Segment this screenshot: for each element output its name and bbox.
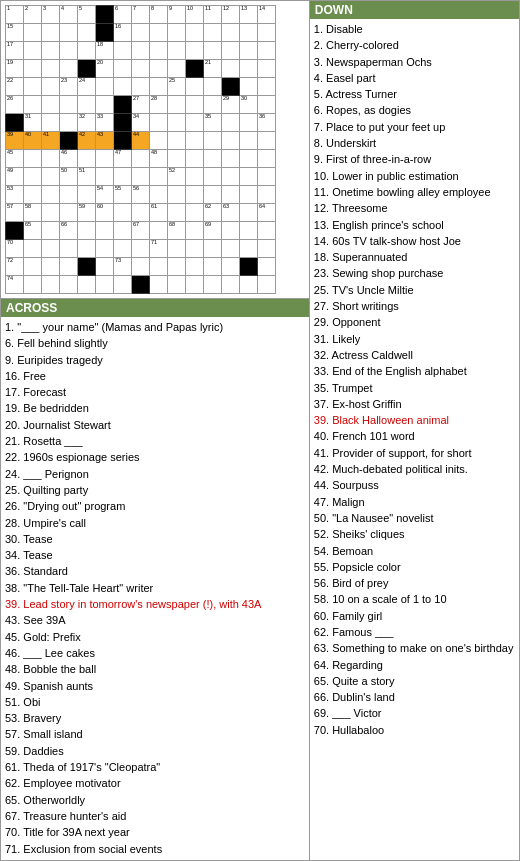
grid-cell[interactable]: 48 xyxy=(150,150,168,168)
grid-cell[interactable] xyxy=(240,78,258,96)
grid-cell[interactable] xyxy=(258,150,276,168)
grid-cell[interactable] xyxy=(24,276,42,294)
grid-cell[interactable] xyxy=(168,204,186,222)
across-clue-item[interactable]: 20. Journalist Stewart xyxy=(5,417,305,433)
grid-cell[interactable] xyxy=(132,240,150,258)
grid-cell[interactable]: 28 xyxy=(150,96,168,114)
across-clue-item[interactable]: 62. Employee motivator xyxy=(5,775,305,791)
grid-cell[interactable]: 11 xyxy=(204,6,222,24)
down-clue-item[interactable]: 7. Place to put your feet up xyxy=(314,119,515,135)
grid-cell[interactable]: 62 xyxy=(204,204,222,222)
grid-cell[interactable] xyxy=(222,24,240,42)
across-clue-item[interactable]: 1. "___ your name" (Mamas and Papas lyri… xyxy=(5,319,305,335)
grid-cell[interactable]: 59 xyxy=(78,204,96,222)
grid-cell[interactable]: 23 xyxy=(60,78,78,96)
grid-cell[interactable] xyxy=(132,150,150,168)
down-clue-item[interactable]: 18. Superannuated xyxy=(314,249,515,265)
grid-cell[interactable] xyxy=(114,96,132,114)
grid-cell[interactable]: 32 xyxy=(78,114,96,132)
grid-cell[interactable] xyxy=(168,186,186,204)
down-clue-item[interactable]: 11. Onetime bowling alley employee xyxy=(314,184,515,200)
grid-cell[interactable] xyxy=(186,276,204,294)
grid-cell[interactable] xyxy=(96,96,114,114)
grid-cell[interactable] xyxy=(222,276,240,294)
grid-cell[interactable]: 52 xyxy=(168,168,186,186)
down-clue-item[interactable]: 6. Ropes, as dogies xyxy=(314,102,515,118)
grid-cell[interactable] xyxy=(132,258,150,276)
grid-cell[interactable] xyxy=(114,42,132,60)
down-clue-item[interactable]: 50. "La Nausee" novelist xyxy=(314,510,515,526)
grid-cell[interactable] xyxy=(240,24,258,42)
grid-cell[interactable] xyxy=(222,150,240,168)
grid-cell[interactable] xyxy=(204,276,222,294)
across-clue-item[interactable]: 6. Fell behind slightly xyxy=(5,335,305,351)
grid-cell[interactable] xyxy=(240,132,258,150)
across-clue-item[interactable]: 24. ___ Perignon xyxy=(5,466,305,482)
grid-cell[interactable] xyxy=(114,60,132,78)
grid-cell[interactable] xyxy=(132,60,150,78)
down-clue-item[interactable]: 60. Family girl xyxy=(314,608,515,624)
across-clue-item[interactable]: 36. Standard xyxy=(5,563,305,579)
grid-cell[interactable] xyxy=(204,168,222,186)
grid-cell[interactable] xyxy=(114,78,132,96)
across-clue-item[interactable]: 65. Otherworldly xyxy=(5,792,305,808)
down-clue-item[interactable]: 40. French 101 word xyxy=(314,428,515,444)
grid-cell[interactable] xyxy=(258,186,276,204)
grid-cell[interactable] xyxy=(204,258,222,276)
grid-cell[interactable]: 36 xyxy=(258,114,276,132)
grid-cell[interactable] xyxy=(42,60,60,78)
grid-cell[interactable] xyxy=(42,96,60,114)
grid-cell[interactable] xyxy=(96,168,114,186)
down-section[interactable]: DOWN 1. Disable2. Cherry-colored3. Newsp… xyxy=(310,1,519,860)
down-clue-item[interactable]: 52. Sheiks' cliques xyxy=(314,526,515,542)
grid-cell[interactable] xyxy=(222,114,240,132)
grid-cell[interactable] xyxy=(240,42,258,60)
grid-cell[interactable] xyxy=(24,60,42,78)
grid-cell[interactable] xyxy=(186,60,204,78)
grid-cell[interactable] xyxy=(240,240,258,258)
grid-cell[interactable] xyxy=(186,114,204,132)
down-clue-item[interactable]: 1. Disable xyxy=(314,21,515,37)
grid-cell[interactable] xyxy=(96,258,114,276)
grid-cell[interactable] xyxy=(42,258,60,276)
grid-cell[interactable]: 50 xyxy=(60,168,78,186)
grid-cell[interactable] xyxy=(204,24,222,42)
across-clue-item[interactable]: 39. Lead story in tomorrow's newspaper (… xyxy=(5,596,305,612)
grid-cell[interactable] xyxy=(42,42,60,60)
grid-cell[interactable] xyxy=(186,204,204,222)
grid-cell[interactable] xyxy=(78,222,96,240)
grid-cell[interactable] xyxy=(78,150,96,168)
grid-cell[interactable] xyxy=(204,240,222,258)
grid-cell[interactable] xyxy=(258,42,276,60)
down-clue-item[interactable]: 23. Sewing shop purchase xyxy=(314,265,515,281)
grid-cell[interactable]: 8 xyxy=(150,6,168,24)
grid-cell[interactable]: 70 xyxy=(6,240,24,258)
across-clue-item[interactable]: 30. Tease xyxy=(5,531,305,547)
grid-cell[interactable]: 43 xyxy=(96,132,114,150)
grid-cell[interactable] xyxy=(204,42,222,60)
grid-cell[interactable] xyxy=(24,186,42,204)
grid-cell[interactable]: 3 xyxy=(42,6,60,24)
grid-cell[interactable] xyxy=(168,150,186,168)
grid-cell[interactable] xyxy=(60,186,78,204)
grid-cell[interactable] xyxy=(258,78,276,96)
grid-cell[interactable] xyxy=(96,24,114,42)
down-clue-item[interactable]: 32. Actress Caldwell xyxy=(314,347,515,363)
grid-cell[interactable] xyxy=(78,42,96,60)
grid-cell[interactable] xyxy=(42,222,60,240)
grid-cell[interactable] xyxy=(258,276,276,294)
grid-cell[interactable] xyxy=(222,222,240,240)
grid-cell[interactable]: 5 xyxy=(78,6,96,24)
across-clue-item[interactable]: 59. Daddies xyxy=(5,743,305,759)
grid-cell[interactable] xyxy=(60,132,78,150)
down-clue-item[interactable]: 62. Famous ___ xyxy=(314,624,515,640)
across-clue-item[interactable]: 19. Be bedridden xyxy=(5,400,305,416)
grid-cell[interactable] xyxy=(132,276,150,294)
down-clue-item[interactable]: 37. Ex-host Griffin xyxy=(314,396,515,412)
grid-cell[interactable]: 20 xyxy=(96,60,114,78)
grid-cell[interactable] xyxy=(42,78,60,96)
grid-cell[interactable] xyxy=(186,132,204,150)
down-clue-item[interactable]: 27. Short writings xyxy=(314,298,515,314)
grid-cell[interactable] xyxy=(114,132,132,150)
grid-cell[interactable] xyxy=(96,6,114,24)
